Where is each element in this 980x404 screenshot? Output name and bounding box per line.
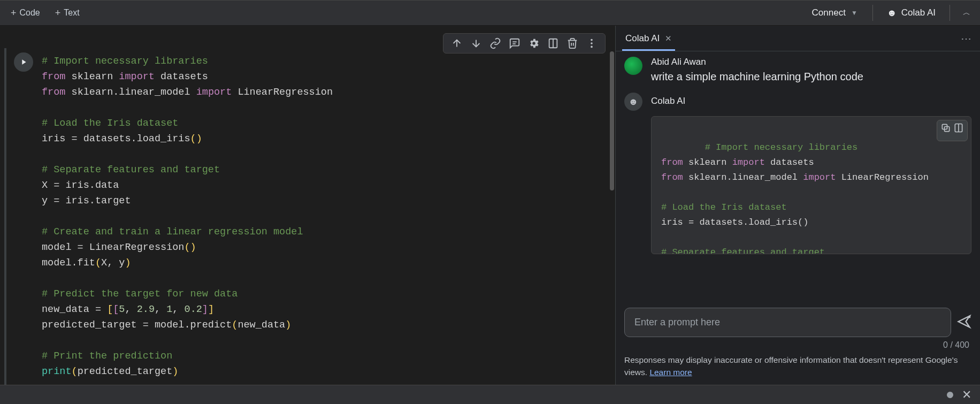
colab-ai-pane: Colab AI ✕ ⋯ Abid Ali Awan write a simpl… (615, 26, 980, 385)
colab-ai-button[interactable]: ☻ Colab AI (881, 4, 942, 22)
notebook-toolbar: + Code + Text Connect ▼ ☻ Colab AI ︿ (0, 0, 980, 26)
more-button[interactable]: ⋯ (961, 32, 973, 45)
scrollbar[interactable] (610, 51, 614, 190)
avatar: ☻ (624, 93, 642, 111)
svg-point-5 (591, 42, 593, 44)
avatar (624, 57, 642, 75)
close-icon[interactable]: ✕ (962, 388, 971, 402)
move-down-button[interactable] (470, 37, 482, 49)
add-text-label: Text (64, 8, 79, 18)
cell-toolbar (443, 33, 606, 54)
add-text-button[interactable]: + Text (49, 4, 86, 22)
link-button[interactable] (489, 37, 501, 49)
plus-icon: + (11, 7, 17, 19)
close-icon[interactable]: ✕ (665, 34, 672, 43)
delete-button[interactable] (566, 37, 578, 49)
separator (950, 5, 950, 21)
move-up-button[interactable] (451, 37, 463, 49)
robot-icon: ☻ (629, 96, 639, 108)
add-code-button[interactable]: + Code (4, 4, 47, 22)
insert-to-cell-button[interactable] (953, 123, 964, 139)
ai-input-row: Enter a prompt here (616, 302, 980, 338)
separator (872, 5, 873, 21)
more-button[interactable] (586, 37, 598, 49)
user-name: Abid Ali Awan (651, 57, 863, 67)
status-dot-icon (947, 392, 953, 398)
run-cell-button[interactable] (14, 52, 33, 72)
copy-button[interactable] (940, 123, 951, 139)
send-icon (956, 314, 971, 329)
mirror-button[interactable] (547, 37, 559, 49)
main-area: # Import necessary libraries from sklear… (0, 26, 980, 385)
connect-button[interactable]: Connect ▼ (805, 4, 865, 21)
collapse-header-button[interactable]: ︿ (958, 5, 976, 21)
ai-tab-bar: Colab AI ✕ ⋯ (616, 26, 980, 51)
bot-message: ☻ Colab AI (624, 93, 971, 111)
status-bar: ✕ (0, 385, 980, 404)
ai-conversation: Abid Ali Awan write a simple machine lea… (616, 51, 980, 302)
tab-colab-ai[interactable]: Colab AI ✕ (622, 28, 675, 51)
chevron-up-icon: ︿ (963, 8, 970, 17)
user-message: Abid Ali Awan write a simple machine lea… (624, 57, 971, 83)
robot-icon: ☻ (887, 7, 897, 19)
user-text: write a simple machine learning Python c… (651, 71, 863, 83)
connect-label: Connect (812, 7, 846, 18)
chevron-down-icon: ▼ (851, 9, 858, 17)
disclaimer: Responses may display inaccurate or offe… (616, 353, 980, 385)
char-counter: 0 / 400 (616, 338, 980, 353)
send-button[interactable] (956, 314, 971, 331)
colab-ai-label: Colab AI (901, 7, 936, 18)
tab-label: Colab AI (625, 33, 660, 44)
comment-button[interactable] (509, 37, 520, 49)
settings-button[interactable] (528, 37, 540, 49)
svg-point-4 (591, 39, 593, 41)
add-code-label: Code (20, 8, 40, 18)
bot-name: Colab AI (651, 93, 685, 111)
notebook-pane: # Import necessary libraries from sklear… (0, 26, 615, 385)
plus-icon: + (55, 7, 61, 19)
code-cell[interactable]: # Import necessary libraries from sklear… (4, 48, 609, 385)
ai-code-card: # Import necessary libraries from sklear… (651, 116, 971, 254)
svg-point-6 (591, 46, 593, 48)
code-editor[interactable]: # Import necessary libraries from sklear… (42, 54, 609, 379)
play-icon (19, 58, 28, 66)
placeholder-text: Enter a prompt here (634, 317, 720, 327)
prompt-input[interactable]: Enter a prompt here (624, 308, 951, 337)
learn-more-link[interactable]: Learn more (649, 368, 692, 377)
